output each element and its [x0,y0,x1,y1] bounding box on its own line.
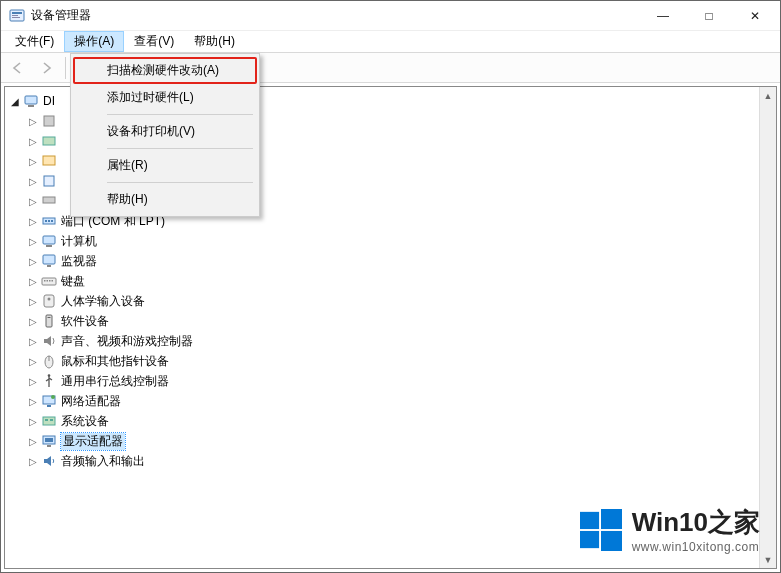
tree-node[interactable]: ▷软件设备 [9,311,776,331]
usb-icon [41,373,57,389]
expand-icon[interactable]: ▷ [27,255,39,267]
menu-file[interactable]: 文件(F) [5,31,64,52]
svg-rect-38 [45,419,48,421]
menu-scan-hardware[interactable]: 扫描检测硬件改动(A) [73,57,257,84]
svg-rect-24 [47,280,49,282]
menu-separator [107,148,253,149]
expand-icon[interactable]: ▷ [27,435,39,447]
audio-icon [41,453,57,469]
svg-rect-41 [45,438,53,442]
watermark-url: www.win10xitong.com [632,540,760,554]
menu-properties[interactable]: 属性(R) [73,152,257,179]
svg-rect-12 [44,176,54,186]
hid-icon [41,293,57,309]
tree-node[interactable]: ▷鼠标和其他指针设备 [9,351,776,371]
menu-add-legacy-hardware[interactable]: 添加过时硬件(L) [73,84,257,111]
system-icon [41,413,57,429]
menu-devices-printers[interactable]: 设备和打印机(V) [73,118,257,145]
svg-point-28 [48,298,51,301]
forward-button[interactable] [33,56,59,80]
windows-logo-icon [580,509,622,551]
expand-icon[interactable]: ▷ [27,235,39,247]
tree-node-label: 网络适配器 [61,393,121,410]
expand-icon[interactable]: ▷ [27,115,39,127]
tree-node-label: 监视器 [61,253,97,270]
svg-point-33 [48,374,51,377]
tree-node-label: 人体学输入设备 [61,293,145,310]
svg-rect-17 [51,220,53,222]
expand-icon[interactable]: ▷ [27,135,39,147]
menu-help[interactable]: 帮助(H) [73,186,257,213]
close-button[interactable]: ✕ [732,1,778,31]
expand-icon[interactable]: ▷ [27,195,39,207]
svg-rect-37 [43,417,55,425]
watermark: Win10之家 www.win10xitong.com [580,505,760,554]
device-icon [41,173,57,189]
tree-node-label: 计算机 [61,233,97,250]
sound-icon [41,333,57,349]
tree-node-label: 鼠标和其他指针设备 [61,353,169,370]
tree-node-label: 显示适配器 [61,433,125,450]
menu-bar: 文件(F) 操作(A) 查看(V) 帮助(H) [1,31,780,53]
minimize-button[interactable]: — [640,1,686,31]
expand-icon[interactable]: ▷ [27,335,39,347]
expand-icon[interactable]: ▷ [27,275,39,287]
expand-icon[interactable]: ▷ [27,315,39,327]
svg-rect-15 [45,220,47,222]
menu-view[interactable]: 查看(V) [124,31,184,52]
tree-node[interactable]: ▷网络适配器 [9,391,776,411]
scroll-up-icon[interactable]: ▲ [760,87,776,104]
tree-node[interactable]: ▷系统设备 [9,411,776,431]
expand-icon[interactable]: ▷ [27,415,39,427]
scroll-down-icon[interactable]: ▼ [760,551,776,568]
menu-action[interactable]: 操作(A) [64,31,124,52]
watermark-text: Win10之家 www.win10xitong.com [632,505,760,554]
tree-node[interactable]: ▷监视器 [9,251,776,271]
svg-rect-44 [601,509,622,529]
svg-point-36 [51,395,55,399]
expand-icon[interactable]: ▷ [27,175,39,187]
window-controls: — □ ✕ [640,1,778,31]
tree-node[interactable]: ▷人体学输入设备 [9,291,776,311]
network-icon [41,393,57,409]
svg-rect-21 [47,265,51,267]
tree-node[interactable]: ▷显示适配器 [9,431,776,451]
tree-node[interactable]: ▷通用串行总线控制器 [9,371,776,391]
expand-icon[interactable]: ▷ [27,375,39,387]
tree-node[interactable]: ▷音频输入和输出 [9,451,776,471]
svg-rect-23 [44,280,46,282]
svg-rect-2 [12,15,18,16]
svg-rect-25 [49,280,51,282]
svg-rect-26 [52,280,54,282]
svg-rect-42 [47,445,51,447]
expand-icon[interactable]: ▷ [27,155,39,167]
device-icon [41,153,57,169]
svg-rect-11 [43,156,55,165]
computer-icon [23,93,39,109]
expand-icon[interactable]: ◢ [9,95,21,107]
expand-icon[interactable]: ▷ [27,215,39,227]
svg-rect-10 [43,137,55,145]
svg-rect-35 [47,405,51,407]
svg-rect-9 [44,116,54,126]
display-icon [41,433,57,449]
expand-icon[interactable]: ▷ [27,295,39,307]
tree-node[interactable]: ▷键盘 [9,271,776,291]
tree-node-label: 通用串行总线控制器 [61,373,169,390]
svg-rect-30 [48,317,51,318]
tree-node[interactable]: ▷声音、视频和游戏控制器 [9,331,776,351]
svg-rect-29 [46,315,52,327]
svg-rect-8 [28,105,34,107]
port-icon [41,213,57,229]
back-button[interactable] [5,56,31,80]
svg-rect-46 [601,530,622,550]
svg-rect-3 [12,17,20,18]
software-icon [41,313,57,329]
menu-help[interactable]: 帮助(H) [184,31,245,52]
tree-node[interactable]: ▷计算机 [9,231,776,251]
expand-icon[interactable]: ▷ [27,355,39,367]
maximize-button[interactable]: □ [686,1,732,31]
scrollbar[interactable]: ▲ ▼ [759,87,776,568]
expand-icon[interactable]: ▷ [27,395,39,407]
expand-icon[interactable]: ▷ [27,455,39,467]
